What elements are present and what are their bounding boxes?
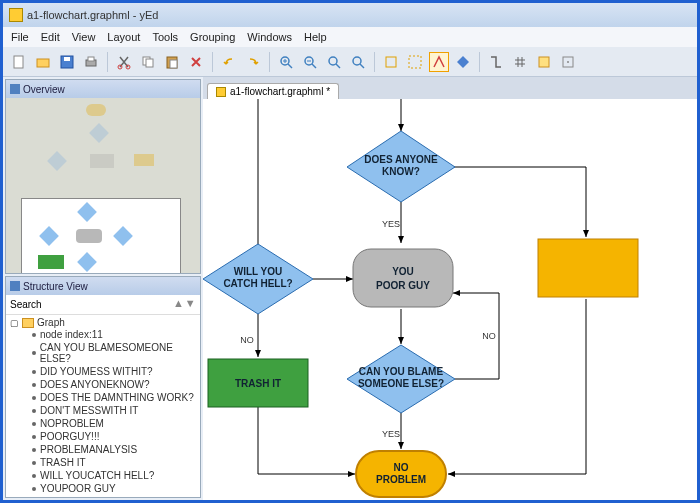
bullet-icon bbox=[32, 396, 36, 400]
app-icon bbox=[9, 8, 23, 22]
search-row: Search ▲ ▼ bbox=[6, 295, 200, 315]
bullet-icon bbox=[32, 461, 36, 465]
svg-text:POOR GUY: POOR GUY bbox=[376, 280, 430, 291]
overview-viewport[interactable] bbox=[21, 198, 181, 273]
panel-icon bbox=[10, 84, 20, 94]
bullet-icon bbox=[32, 435, 36, 439]
tree-item-label: DOES THE DAMNTHING WORK? bbox=[40, 392, 194, 403]
overview-panel: Overview bbox=[5, 79, 201, 274]
delete-button[interactable] bbox=[186, 52, 206, 72]
tree-root[interactable]: ▢ Graph bbox=[10, 317, 196, 328]
left-sidebar: Overview bbox=[3, 77, 203, 500]
copy-button[interactable] bbox=[138, 52, 158, 72]
cut-button[interactable] bbox=[114, 52, 134, 72]
bullet-icon bbox=[32, 487, 36, 491]
orthogonal-button[interactable] bbox=[486, 52, 506, 72]
bullet-icon bbox=[32, 474, 36, 478]
tree-item[interactable]: DON'T MESSWITH IT bbox=[10, 404, 196, 417]
svg-text:SOMEONE ELSE?: SOMEONE ELSE? bbox=[358, 378, 444, 389]
snap-button[interactable] bbox=[534, 52, 554, 72]
structure-header[interactable]: Structure View bbox=[6, 277, 200, 295]
tree-item[interactable]: TRASH IT bbox=[10, 456, 196, 469]
fit-content-button[interactable] bbox=[381, 52, 401, 72]
menu-edit[interactable]: Edit bbox=[41, 31, 60, 43]
zoom-fit-button[interactable] bbox=[324, 52, 344, 72]
overview-header[interactable]: Overview bbox=[6, 80, 200, 98]
zoom-out-button[interactable] bbox=[300, 52, 320, 72]
redo-button[interactable] bbox=[243, 52, 263, 72]
paste-button[interactable] bbox=[162, 52, 182, 72]
tree-item[interactable]: YOUPOOR GUY bbox=[10, 482, 196, 495]
save-button[interactable] bbox=[57, 52, 77, 72]
search-input[interactable] bbox=[46, 297, 173, 313]
menu-view[interactable]: View bbox=[72, 31, 96, 43]
file-icon bbox=[216, 87, 226, 97]
bullet-icon bbox=[32, 422, 36, 426]
bullet-icon bbox=[32, 409, 36, 413]
new-button[interactable] bbox=[9, 52, 29, 72]
tree-item-label: PROBLEMANALYSIS bbox=[40, 444, 137, 455]
node-you-poor-guy[interactable] bbox=[353, 249, 453, 307]
tree-item-label: DOES ANYONEKNOW? bbox=[40, 379, 149, 390]
menubar: File Edit View Layout Tools Grouping Win… bbox=[3, 27, 697, 47]
tree[interactable]: ▢ Graph node index:11CAN YOU BLAMESOMEON… bbox=[6, 315, 200, 497]
svg-rect-9 bbox=[146, 59, 153, 67]
grid-button[interactable] bbox=[510, 52, 530, 72]
tree-item-label: CAN YOU BLAMESOMEONE ELSE? bbox=[40, 342, 196, 364]
menu-layout[interactable]: Layout bbox=[107, 31, 140, 43]
bullet-icon bbox=[32, 370, 36, 374]
zoom-in-button[interactable] bbox=[276, 52, 296, 72]
svg-rect-11 bbox=[170, 60, 177, 68]
window-title: a1-flowchart.graphml - yEd bbox=[27, 9, 158, 21]
tree-item[interactable]: NOPROBLEM bbox=[10, 417, 196, 430]
overview-body[interactable] bbox=[6, 98, 200, 273]
tree-item[interactable]: WILL YOUCATCH HELL? bbox=[10, 469, 196, 482]
tree-item[interactable]: POORGUY!!! bbox=[10, 430, 196, 443]
menu-windows[interactable]: Windows bbox=[247, 31, 292, 43]
tree-item[interactable]: DOES THE DAMNTHING WORK? bbox=[10, 391, 196, 404]
tree-item[interactable]: node index:11 bbox=[10, 328, 196, 341]
more-button[interactable] bbox=[558, 52, 578, 72]
menu-help[interactable]: Help bbox=[304, 31, 327, 43]
undo-button[interactable] bbox=[219, 52, 239, 72]
svg-text:YOU: YOU bbox=[392, 266, 414, 277]
overview-title: Overview bbox=[23, 84, 65, 95]
tree-item[interactable]: DOES ANYONEKNOW? bbox=[10, 378, 196, 391]
tree-item-label: DID YOUMESS WITHIT? bbox=[40, 366, 153, 377]
edge-yes1: YES bbox=[382, 219, 400, 229]
svg-text:WILL YOU: WILL YOU bbox=[234, 266, 283, 277]
flowchart-svg: YES NO NO YES DOES ANYONE KNOW? WILL YOU… bbox=[203, 99, 693, 500]
menu-file[interactable]: File bbox=[11, 31, 29, 43]
panel-icon bbox=[10, 281, 20, 291]
tree-item-label: NOPROBLEM bbox=[40, 418, 104, 429]
print-button[interactable] bbox=[81, 52, 101, 72]
select-mode-button[interactable] bbox=[405, 52, 425, 72]
svg-marker-18 bbox=[457, 56, 469, 68]
tree-item-label: DON'T MESSWITH IT bbox=[40, 405, 138, 416]
bullet-icon bbox=[32, 383, 36, 387]
tree-item-label: POORGUY!!! bbox=[40, 431, 99, 442]
menu-grouping[interactable]: Grouping bbox=[190, 31, 235, 43]
tree-item[interactable]: CAN YOU BLAMESOMEONE ELSE? bbox=[10, 341, 196, 365]
nav-mode-button[interactable] bbox=[453, 52, 473, 72]
svg-text:PROBLEM: PROBLEM bbox=[376, 474, 426, 485]
tree-item-label: WILL YOUCATCH HELL? bbox=[40, 470, 154, 481]
svg-rect-0 bbox=[14, 56, 23, 68]
open-button[interactable] bbox=[33, 52, 53, 72]
tree-item[interactable]: DID YOUMESS WITHIT? bbox=[10, 365, 196, 378]
search-prev-button[interactable]: ▲ bbox=[173, 297, 185, 313]
menu-tools[interactable]: Tools bbox=[152, 31, 178, 43]
node-new-orange[interactable] bbox=[538, 239, 638, 297]
svg-text:DOES ANYONE: DOES ANYONE bbox=[364, 154, 438, 165]
bullet-icon bbox=[32, 333, 36, 337]
zoom-1-button[interactable] bbox=[348, 52, 368, 72]
canvas[interactable]: YES NO NO YES DOES ANYONE KNOW? WILL YOU… bbox=[203, 99, 697, 500]
tree-root-label: Graph bbox=[37, 317, 65, 328]
edit-mode-button[interactable] bbox=[429, 52, 449, 72]
tree-item-label: YOUPOOR GUY bbox=[40, 483, 116, 494]
svg-point-15 bbox=[353, 57, 361, 65]
tab-file[interactable]: a1-flowchart.graphml * bbox=[207, 83, 339, 99]
edge-no1: NO bbox=[240, 335, 254, 345]
search-next-button[interactable]: ▼ bbox=[184, 297, 196, 313]
tree-item[interactable]: PROBLEMANALYSIS bbox=[10, 443, 196, 456]
